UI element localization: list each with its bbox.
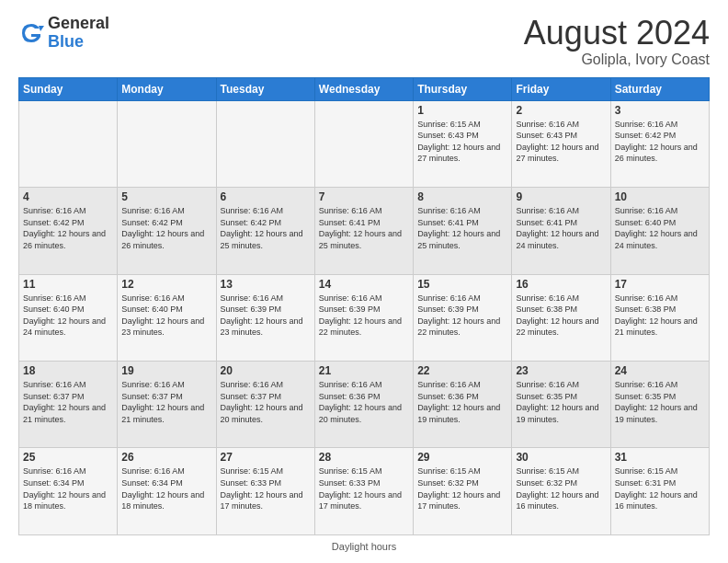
calendar-subtitle: Golipla, Ivory Coast [524,52,710,68]
day-number: 13 [221,278,311,291]
day-number: 14 [319,278,409,291]
day-info: Sunrise: 6:15 AM Sunset: 6:32 PM Dayligh… [516,465,606,511]
day-number: 3 [615,104,705,117]
day-info: Sunrise: 6:16 AM Sunset: 6:38 PM Dayligh… [516,293,606,339]
page: General Blue August 2024 Golipla, Ivory … [0,0,728,563]
day-info: Sunrise: 6:16 AM Sunset: 6:35 PM Dayligh… [615,379,705,425]
day-info: Sunrise: 6:15 AM Sunset: 6:32 PM Dayligh… [417,465,507,511]
day-number: 8 [417,190,507,203]
day-number: 25 [23,451,113,464]
header: General Blue August 2024 Golipla, Ivory … [18,15,710,68]
calendar-cell: 22Sunrise: 6:16 AM Sunset: 6:36 PM Dayli… [414,362,512,448]
day-number: 18 [23,364,113,377]
day-number: 29 [417,451,507,464]
calendar-cell: 23Sunrise: 6:16 AM Sunset: 6:35 PM Dayli… [512,362,610,448]
day-info: Sunrise: 6:16 AM Sunset: 6:40 PM Dayligh… [121,293,211,339]
day-number: 28 [319,451,409,464]
week-row-4: 18Sunrise: 6:16 AM Sunset: 6:37 PM Dayli… [19,362,710,448]
calendar-cell: 26Sunrise: 6:16 AM Sunset: 6:34 PM Dayli… [118,448,216,535]
day-number: 7 [319,190,409,203]
day-number: 23 [516,364,606,377]
day-number: 1 [417,104,507,117]
calendar-cell: 18Sunrise: 6:16 AM Sunset: 6:37 PM Dayli… [19,362,118,448]
calendar-cell: 30Sunrise: 6:15 AM Sunset: 6:32 PM Dayli… [512,448,610,535]
day-info: Sunrise: 6:16 AM Sunset: 6:36 PM Dayligh… [417,379,507,425]
day-info: Sunrise: 6:16 AM Sunset: 6:41 PM Dayligh… [417,205,507,251]
calendar-cell: 11Sunrise: 6:16 AM Sunset: 6:40 PM Dayli… [19,274,118,361]
day-info: Sunrise: 6:16 AM Sunset: 6:39 PM Dayligh… [221,293,311,339]
day-info: Sunrise: 6:16 AM Sunset: 6:40 PM Dayligh… [615,205,705,251]
calendar-cell: 15Sunrise: 6:16 AM Sunset: 6:39 PM Dayli… [414,274,512,361]
day-number: 11 [23,278,113,291]
calendar-cell: 17Sunrise: 6:16 AM Sunset: 6:38 PM Dayli… [610,274,709,361]
day-info: Sunrise: 6:16 AM Sunset: 6:36 PM Dayligh… [319,379,409,425]
day-header-wednesday: Wednesday [314,77,413,100]
calendar-cell: 20Sunrise: 6:16 AM Sunset: 6:37 PM Dayli… [216,362,314,448]
day-info: Sunrise: 6:15 AM Sunset: 6:33 PM Dayligh… [221,465,311,511]
week-row-2: 4Sunrise: 6:16 AM Sunset: 6:42 PM Daylig… [19,188,710,274]
day-info: Sunrise: 6:16 AM Sunset: 6:41 PM Dayligh… [516,205,606,251]
day-number: 19 [121,364,211,377]
day-info: Sunrise: 6:16 AM Sunset: 6:42 PM Dayligh… [23,205,113,251]
calendar-cell: 3Sunrise: 6:16 AM Sunset: 6:42 PM Daylig… [610,100,709,187]
calendar-cell: 12Sunrise: 6:16 AM Sunset: 6:40 PM Dayli… [118,274,216,361]
calendar-cell: 21Sunrise: 6:16 AM Sunset: 6:36 PM Dayli… [314,362,413,448]
day-number: 31 [615,451,705,464]
week-row-5: 25Sunrise: 6:16 AM Sunset: 6:34 PM Dayli… [19,448,710,535]
day-number: 2 [516,104,606,117]
calendar-cell: 14Sunrise: 6:16 AM Sunset: 6:39 PM Dayli… [314,274,413,361]
week-row-1: 1Sunrise: 6:15 AM Sunset: 6:43 PM Daylig… [19,100,710,187]
calendar-cell: 6Sunrise: 6:16 AM Sunset: 6:42 PM Daylig… [216,188,314,274]
calendar-cell: 27Sunrise: 6:15 AM Sunset: 6:33 PM Dayli… [216,448,314,535]
calendar-cell [19,100,118,187]
calendar-cell: 10Sunrise: 6:16 AM Sunset: 6:40 PM Dayli… [610,188,709,274]
day-info: Sunrise: 6:16 AM Sunset: 6:39 PM Dayligh… [417,293,507,339]
calendar-cell: 4Sunrise: 6:16 AM Sunset: 6:42 PM Daylig… [19,188,118,274]
calendar-cell: 9Sunrise: 6:16 AM Sunset: 6:41 PM Daylig… [512,188,610,274]
calendar-cell: 1Sunrise: 6:15 AM Sunset: 6:43 PM Daylig… [414,100,512,187]
logo-text: General Blue [48,15,109,52]
logo: General Blue [18,15,109,52]
day-header-sunday: Sunday [19,77,118,100]
calendar-cell: 19Sunrise: 6:16 AM Sunset: 6:37 PM Dayli… [118,362,216,448]
day-info: Sunrise: 6:15 AM Sunset: 6:33 PM Dayligh… [319,465,409,511]
day-info: Sunrise: 6:16 AM Sunset: 6:42 PM Dayligh… [121,205,211,251]
day-info: Sunrise: 6:16 AM Sunset: 6:42 PM Dayligh… [615,119,705,165]
day-info: Sunrise: 6:16 AM Sunset: 6:42 PM Dayligh… [221,205,311,251]
calendar-cell: 2Sunrise: 6:16 AM Sunset: 6:43 PM Daylig… [512,100,610,187]
day-header-monday: Monday [118,77,216,100]
calendar-cell: 31Sunrise: 6:15 AM Sunset: 6:31 PM Dayli… [610,448,709,535]
day-info: Sunrise: 6:16 AM Sunset: 6:34 PM Dayligh… [23,465,113,511]
day-info: Sunrise: 6:16 AM Sunset: 6:38 PM Dayligh… [615,293,705,339]
calendar-cell: 24Sunrise: 6:16 AM Sunset: 6:35 PM Dayli… [610,362,709,448]
calendar-cell: 29Sunrise: 6:15 AM Sunset: 6:32 PM Dayli… [414,448,512,535]
calendar-cell: 25Sunrise: 6:16 AM Sunset: 6:34 PM Dayli… [19,448,118,535]
day-info: Sunrise: 6:16 AM Sunset: 6:37 PM Dayligh… [221,379,311,425]
day-number: 5 [121,190,211,203]
day-number: 26 [121,451,211,464]
day-number: 15 [417,278,507,291]
calendar-title: August 2024 [524,15,710,52]
calendar-cell: 5Sunrise: 6:16 AM Sunset: 6:42 PM Daylig… [118,188,216,274]
day-number: 9 [516,190,606,203]
day-info: Sunrise: 6:15 AM Sunset: 6:43 PM Dayligh… [417,119,507,165]
day-number: 17 [615,278,705,291]
footer-text: Daylight hours [332,541,396,552]
calendar-cell: 13Sunrise: 6:16 AM Sunset: 6:39 PM Dayli… [216,274,314,361]
calendar-cell [118,100,216,187]
day-number: 6 [221,190,311,203]
day-header-saturday: Saturday [610,77,709,100]
calendar-cell: 28Sunrise: 6:15 AM Sunset: 6:33 PM Dayli… [314,448,413,535]
calendar-table: SundayMondayTuesdayWednesdayThursdayFrid… [18,77,710,535]
day-number: 20 [221,364,311,377]
calendar-body: 1Sunrise: 6:15 AM Sunset: 6:43 PM Daylig… [19,100,710,534]
day-number: 24 [615,364,705,377]
day-info: Sunrise: 6:16 AM Sunset: 6:40 PM Dayligh… [23,293,113,339]
logo-blue: Blue [48,33,109,52]
calendar-cell: 8Sunrise: 6:16 AM Sunset: 6:41 PM Daylig… [414,188,512,274]
logo-general: General [48,15,109,33]
day-info: Sunrise: 6:16 AM Sunset: 6:41 PM Dayligh… [319,205,409,251]
day-header-friday: Friday [512,77,610,100]
day-number: 27 [221,451,311,464]
day-number: 10 [615,190,705,203]
